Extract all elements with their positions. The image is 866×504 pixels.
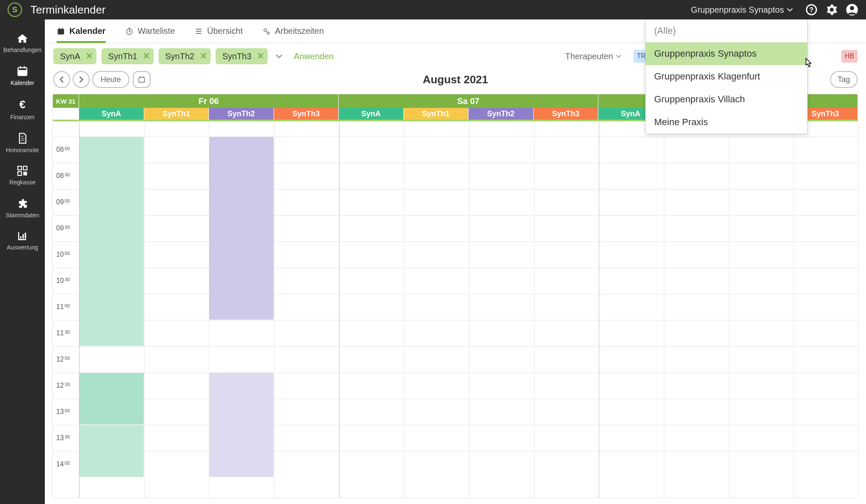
room-chip-hb[interactable]: HB bbox=[841, 50, 858, 63]
svg-rect-9 bbox=[18, 166, 22, 170]
calendar-icon bbox=[57, 27, 65, 36]
time-label: 0930 bbox=[53, 215, 79, 241]
qr-icon bbox=[17, 165, 28, 176]
chevron-down-icon bbox=[787, 6, 793, 13]
sidebar-label: Honorarnote bbox=[6, 147, 39, 153]
calendar-icon bbox=[16, 65, 28, 77]
sidebar-item-kalender[interactable]: Kalender bbox=[0, 59, 45, 92]
tab-kalender[interactable]: Kalender bbox=[57, 19, 106, 43]
close-icon[interactable]: ✕ bbox=[85, 51, 93, 62]
menu-item-klagenfurt[interactable]: Gruppenpraxis Klagenfurt bbox=[646, 65, 807, 88]
svg-rect-18 bbox=[62, 27, 63, 29]
time-label: 0800 bbox=[53, 137, 79, 163]
datepicker-button[interactable] bbox=[133, 71, 151, 88]
puzzle-icon bbox=[16, 197, 28, 209]
sidebar-label: Behandlungen bbox=[3, 47, 41, 53]
sidebar-label: Auswertung bbox=[7, 244, 38, 251]
apply-button[interactable]: Anwenden bbox=[294, 52, 334, 61]
time-label: 1230 bbox=[53, 373, 79, 399]
svg-rect-7 bbox=[20, 66, 21, 68]
menu-item-all[interactable]: (Alle) bbox=[646, 19, 807, 42]
sidebar: Behandlungen Kalender € Finanzen Honorar… bbox=[0, 19, 45, 504]
resource-col: SynTh3 bbox=[534, 108, 599, 121]
week-number: KW 31 bbox=[53, 94, 79, 108]
sidebar-item-finanzen[interactable]: € Finanzen bbox=[0, 92, 45, 126]
next-button[interactable] bbox=[73, 71, 90, 88]
resource-col: SynTh1 bbox=[144, 108, 209, 121]
tab-warteliste[interactable]: Warteliste bbox=[125, 19, 175, 43]
sidebar-item-regkasse[interactable]: Regkasse bbox=[0, 159, 45, 192]
time-label: 1200 bbox=[53, 346, 79, 373]
tab-arbeitszeiten[interactable]: Arbeitszeiten bbox=[262, 19, 324, 43]
sidebar-label: Kalender bbox=[11, 79, 34, 86]
gear-icon[interactable] bbox=[825, 3, 838, 16]
availability-block[interactable] bbox=[79, 425, 144, 477]
chevron-down-icon[interactable] bbox=[273, 52, 285, 60]
availability-block[interactable] bbox=[209, 373, 274, 477]
sidebar-label: Finanzen bbox=[10, 114, 35, 121]
resource-col: SynTh2 bbox=[209, 108, 274, 121]
calendar-grid[interactable]: 0800083009000930100010301100113012001230… bbox=[53, 121, 858, 498]
svg-rect-13 bbox=[20, 236, 22, 239]
close-icon[interactable]: ✕ bbox=[257, 51, 264, 62]
menu-item-synaptos[interactable]: Gruppenpraxis Synaptos bbox=[646, 42, 807, 65]
availability-block[interactable] bbox=[79, 373, 144, 425]
menu-item-meine[interactable]: Meine Praxis bbox=[646, 111, 807, 134]
sidebar-item-auswertung[interactable]: Auswertung bbox=[0, 225, 45, 257]
calendar: KW 31 Fr 06 Sa 07 So 08 SynA SynTh1 SynT… bbox=[52, 94, 858, 498]
user-icon[interactable] bbox=[846, 3, 858, 16]
availability-block[interactable] bbox=[79, 137, 144, 346]
topbar: S Terminkalender Gruppenpraxis Synaptos … bbox=[0, 0, 866, 19]
svg-rect-8 bbox=[24, 66, 25, 68]
time-label: 1100 bbox=[53, 294, 79, 320]
help-icon[interactable]: ? bbox=[805, 3, 818, 16]
prev-button[interactable] bbox=[53, 71, 70, 88]
euro-icon: € bbox=[19, 98, 25, 111]
resource-col: SynTh2 bbox=[469, 108, 534, 121]
chevron-down-icon bbox=[616, 53, 622, 59]
practice-menu: (Alle) Gruppenpraxis Synaptos Gruppenpra… bbox=[645, 19, 808, 134]
svg-text:?: ? bbox=[809, 6, 814, 14]
menu-item-villach[interactable]: Gruppenpraxis Villach bbox=[646, 88, 807, 111]
svg-rect-14 bbox=[22, 234, 24, 239]
time-label: 1030 bbox=[53, 268, 79, 294]
sidebar-item-stammdaten[interactable]: Stammdaten bbox=[0, 192, 45, 225]
file-icon bbox=[17, 132, 27, 144]
timer-icon bbox=[125, 27, 134, 36]
cogs-icon bbox=[262, 27, 271, 36]
tab-label: Warteliste bbox=[138, 26, 175, 36]
tab-uebersicht[interactable]: Übersicht bbox=[195, 19, 243, 43]
availability-block[interactable] bbox=[209, 137, 274, 320]
page-title: Terminkalender bbox=[30, 3, 106, 16]
filter-pill-synth2[interactable]: SynTh2✕ bbox=[159, 48, 211, 64]
view-day[interactable]: Tag bbox=[830, 71, 858, 88]
sidebar-item-honorarnote[interactable]: Honorarnote bbox=[0, 126, 45, 159]
practice-selector[interactable]: Gruppenpraxis Synaptos bbox=[691, 5, 793, 15]
practice-selector-label: Gruppenpraxis Synaptos bbox=[691, 5, 784, 15]
time-label: 0900 bbox=[53, 189, 79, 215]
tab-label: Arbeitszeiten bbox=[275, 26, 324, 36]
close-icon[interactable]: ✕ bbox=[200, 51, 207, 62]
time-label: 1130 bbox=[53, 320, 79, 346]
filter-pill-synth3[interactable]: SynTh3✕ bbox=[216, 48, 268, 64]
time-label: 1400 bbox=[53, 451, 79, 477]
day-col: Fr 06 bbox=[79, 94, 339, 108]
sidebar-item-behandlungen[interactable]: Behandlungen bbox=[0, 27, 45, 59]
therapists-dropdown[interactable]: Therapeuten bbox=[565, 52, 622, 61]
svg-point-21 bbox=[267, 32, 269, 34]
svg-rect-12 bbox=[23, 172, 27, 175]
svg-point-20 bbox=[264, 29, 267, 32]
time-label: 0830 bbox=[53, 163, 79, 189]
calendar-icon bbox=[137, 75, 146, 84]
svg-rect-16 bbox=[58, 29, 64, 34]
resource-col: SynTh3 bbox=[274, 108, 339, 121]
tab-label: Übersicht bbox=[207, 26, 243, 36]
filter-pill-syna[interactable]: SynA✕ bbox=[53, 48, 96, 64]
tab-label: Kalender bbox=[69, 26, 106, 36]
svg-rect-11 bbox=[18, 172, 22, 175]
list-icon bbox=[195, 27, 203, 35]
today-button[interactable]: Heute bbox=[92, 71, 129, 88]
filter-pill-synth1[interactable]: SynTh1✕ bbox=[101, 48, 153, 64]
logo-icon: S bbox=[8, 3, 22, 17]
close-icon[interactable]: ✕ bbox=[143, 51, 150, 62]
